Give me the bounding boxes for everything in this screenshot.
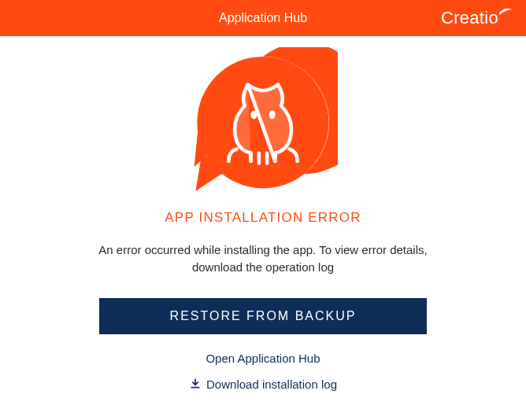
download-installation-log-link[interactable]: Download installation log xyxy=(189,378,337,391)
open-application-hub-link[interactable]: Open Application Hub xyxy=(206,352,320,365)
download-icon xyxy=(189,378,202,390)
logo-swoosh-icon xyxy=(499,8,512,16)
logo-text: Creatio xyxy=(441,8,498,28)
restore-from-backup-button[interactable]: RESTORE FROM BACKUP xyxy=(99,298,427,334)
page-title: Application Hub xyxy=(219,11,307,25)
download-log-label: Download installation log xyxy=(206,378,337,391)
error-illustration xyxy=(188,47,338,201)
main-content: APP INSTALLATION ERROR An error occurred… xyxy=(0,36,526,391)
creatio-logo: Creatio xyxy=(441,8,512,28)
open-hub-label: Open Application Hub xyxy=(206,352,320,365)
error-description: An error occurred while installing the a… xyxy=(90,241,436,276)
error-title: APP INSTALLATION ERROR xyxy=(165,210,361,226)
svg-point-2 xyxy=(269,111,275,120)
svg-point-1 xyxy=(250,111,257,120)
app-header: Application Hub Creatio xyxy=(0,0,526,36)
